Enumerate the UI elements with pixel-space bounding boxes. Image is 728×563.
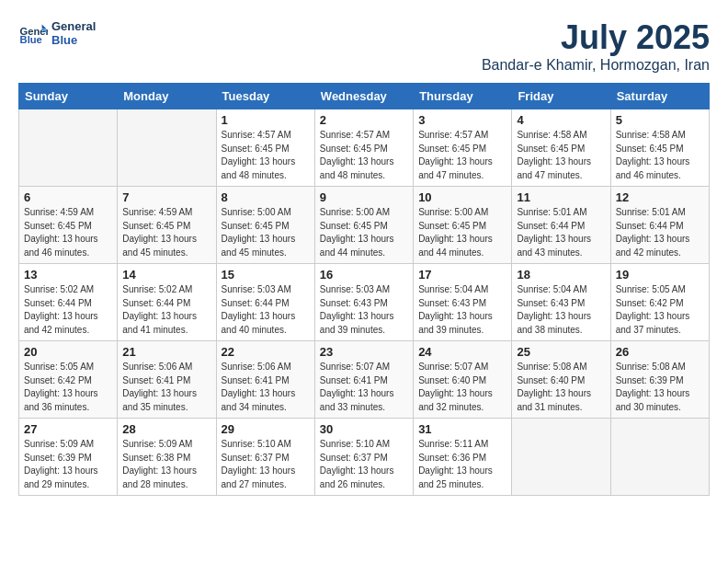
- day-info: Sunrise: 5:01 AM Sunset: 6:44 PM Dayligh…: [517, 206, 605, 259]
- day-number: 2: [320, 113, 408, 127]
- day-info: Sunrise: 5:10 AM Sunset: 6:37 PM Dayligh…: [222, 438, 310, 491]
- weekday-header-thursday: Thursday: [414, 84, 512, 109]
- calendar-cell: 6Sunrise: 4:59 AM Sunset: 6:45 PM Daylig…: [19, 187, 118, 264]
- calendar-cell: 7Sunrise: 4:59 AM Sunset: 6:45 PM Daylig…: [118, 187, 216, 264]
- day-info: Sunrise: 5:00 AM Sunset: 6:45 PM Dayligh…: [320, 206, 408, 259]
- calendar-cell: 1Sunrise: 4:57 AM Sunset: 6:45 PM Daylig…: [216, 109, 314, 187]
- day-number: 4: [517, 113, 605, 127]
- calendar-cell: 17Sunrise: 5:04 AM Sunset: 6:43 PM Dayli…: [414, 264, 512, 341]
- day-number: 26: [616, 345, 704, 359]
- day-number: 29: [222, 422, 310, 436]
- day-info: Sunrise: 5:00 AM Sunset: 6:45 PM Dayligh…: [222, 206, 310, 259]
- day-number: 8: [222, 190, 310, 204]
- day-info: Sunrise: 5:11 AM Sunset: 6:36 PM Dayligh…: [418, 438, 506, 491]
- day-number: 7: [122, 190, 210, 204]
- day-info: Sunrise: 4:57 AM Sunset: 6:45 PM Dayligh…: [418, 129, 506, 182]
- day-number: 5: [616, 113, 704, 127]
- calendar-cell: 3Sunrise: 4:57 AM Sunset: 6:45 PM Daylig…: [414, 109, 512, 187]
- day-number: 9: [320, 190, 408, 204]
- day-info: Sunrise: 5:07 AM Sunset: 6:41 PM Dayligh…: [320, 361, 408, 414]
- day-number: 27: [24, 422, 112, 436]
- day-info: Sunrise: 5:07 AM Sunset: 6:40 PM Dayligh…: [418, 361, 506, 414]
- day-info: Sunrise: 5:08 AM Sunset: 6:39 PM Dayligh…: [616, 361, 704, 414]
- calendar-cell: 14Sunrise: 5:02 AM Sunset: 6:44 PM Dayli…: [118, 264, 216, 341]
- calendar-cell: 11Sunrise: 5:01 AM Sunset: 6:44 PM Dayli…: [512, 187, 610, 264]
- day-info: Sunrise: 4:57 AM Sunset: 6:45 PM Dayligh…: [320, 129, 408, 182]
- calendar-cell: 4Sunrise: 4:58 AM Sunset: 6:45 PM Daylig…: [512, 109, 610, 187]
- calendar-week-5: 27Sunrise: 5:09 AM Sunset: 6:39 PM Dayli…: [19, 419, 710, 496]
- calendar-cell: 8Sunrise: 5:00 AM Sunset: 6:45 PM Daylig…: [216, 187, 314, 264]
- calendar-cell: 5Sunrise: 4:58 AM Sunset: 6:45 PM Daylig…: [610, 109, 709, 187]
- calendar-cell: 19Sunrise: 5:05 AM Sunset: 6:42 PM Dayli…: [610, 264, 709, 341]
- day-info: Sunrise: 5:02 AM Sunset: 6:44 PM Dayligh…: [24, 283, 112, 337]
- calendar-cell: 27Sunrise: 5:09 AM Sunset: 6:39 PM Dayli…: [19, 419, 118, 496]
- calendar-cell: 13Sunrise: 5:02 AM Sunset: 6:44 PM Dayli…: [19, 264, 118, 341]
- day-number: 13: [24, 268, 112, 282]
- day-info: Sunrise: 5:09 AM Sunset: 6:39 PM Dayligh…: [24, 438, 112, 491]
- day-info: Sunrise: 5:10 AM Sunset: 6:37 PM Dayligh…: [320, 438, 408, 491]
- calendar-cell: 9Sunrise: 5:00 AM Sunset: 6:45 PM Daylig…: [314, 187, 413, 264]
- calendar-week-3: 13Sunrise: 5:02 AM Sunset: 6:44 PM Dayli…: [19, 264, 710, 341]
- day-number: 17: [418, 268, 506, 282]
- day-info: Sunrise: 5:00 AM Sunset: 6:45 PM Dayligh…: [418, 206, 506, 259]
- day-number: 21: [122, 345, 210, 359]
- month-title: July 2025: [482, 18, 710, 57]
- day-number: 31: [418, 422, 506, 436]
- day-info: Sunrise: 5:03 AM Sunset: 6:43 PM Dayligh…: [320, 283, 408, 337]
- calendar-cell: 25Sunrise: 5:08 AM Sunset: 6:40 PM Dayli…: [512, 341, 610, 419]
- calendar-week-4: 20Sunrise: 5:05 AM Sunset: 6:42 PM Dayli…: [19, 341, 710, 419]
- calendar-cell: 10Sunrise: 5:00 AM Sunset: 6:45 PM Dayli…: [414, 187, 512, 264]
- day-number: 10: [418, 190, 506, 204]
- calendar-cell: 12Sunrise: 5:01 AM Sunset: 6:44 PM Dayli…: [610, 187, 709, 264]
- day-info: Sunrise: 5:05 AM Sunset: 6:42 PM Dayligh…: [24, 361, 112, 414]
- day-info: Sunrise: 5:04 AM Sunset: 6:43 PM Dayligh…: [517, 283, 605, 337]
- svg-text:Blue: Blue: [20, 34, 42, 45]
- day-info: Sunrise: 5:05 AM Sunset: 6:42 PM Dayligh…: [616, 283, 704, 337]
- day-info: Sunrise: 4:58 AM Sunset: 6:45 PM Dayligh…: [517, 129, 605, 182]
- day-number: 6: [24, 190, 112, 204]
- day-number: 14: [122, 268, 210, 282]
- logo-general-text: General: [51, 19, 96, 33]
- calendar-cell: 31Sunrise: 5:11 AM Sunset: 6:36 PM Dayli…: [414, 419, 512, 496]
- day-number: 28: [122, 422, 210, 436]
- day-info: Sunrise: 4:59 AM Sunset: 6:45 PM Dayligh…: [24, 206, 112, 259]
- day-number: 19: [616, 268, 704, 282]
- calendar-cell: 2Sunrise: 4:57 AM Sunset: 6:45 PM Daylig…: [314, 109, 413, 187]
- calendar-cell: 24Sunrise: 5:07 AM Sunset: 6:40 PM Dayli…: [414, 341, 512, 419]
- calendar-cell: 22Sunrise: 5:06 AM Sunset: 6:41 PM Dayli…: [216, 341, 314, 419]
- day-info: Sunrise: 4:57 AM Sunset: 6:45 PM Dayligh…: [222, 129, 310, 182]
- day-info: Sunrise: 4:58 AM Sunset: 6:45 PM Dayligh…: [616, 129, 704, 182]
- day-number: 23: [320, 345, 408, 359]
- calendar-cell: 26Sunrise: 5:08 AM Sunset: 6:39 PM Dayli…: [610, 341, 709, 419]
- logo: General Blue General Blue: [18, 18, 96, 48]
- location-title: Bandar-e Khamir, Hormozgan, Iran: [482, 57, 710, 74]
- calendar-header-row: SundayMondayTuesdayWednesdayThursdayFrid…: [19, 84, 710, 109]
- day-number: 11: [517, 190, 605, 204]
- weekday-header-monday: Monday: [118, 84, 216, 109]
- day-number: 16: [320, 268, 408, 282]
- day-number: 22: [222, 345, 310, 359]
- weekday-header-saturday: Saturday: [610, 84, 709, 109]
- day-number: 25: [517, 345, 605, 359]
- calendar-cell: 18Sunrise: 5:04 AM Sunset: 6:43 PM Dayli…: [512, 264, 610, 341]
- day-number: 24: [418, 345, 506, 359]
- day-number: 18: [517, 268, 605, 282]
- page-header: General Blue General Blue July 2025 Band…: [18, 18, 710, 74]
- calendar-cell: 30Sunrise: 5:10 AM Sunset: 6:37 PM Dayli…: [314, 419, 413, 496]
- calendar-week-1: 1Sunrise: 4:57 AM Sunset: 6:45 PM Daylig…: [19, 109, 710, 187]
- calendar-cell: [19, 109, 118, 187]
- calendar-cell: 15Sunrise: 5:03 AM Sunset: 6:44 PM Dayli…: [216, 264, 314, 341]
- day-info: Sunrise: 4:59 AM Sunset: 6:45 PM Dayligh…: [122, 206, 210, 259]
- weekday-header-wednesday: Wednesday: [314, 84, 413, 109]
- weekday-header-friday: Friday: [512, 84, 610, 109]
- title-block: July 2025 Bandar-e Khamir, Hormozgan, Ir…: [482, 18, 710, 74]
- weekday-header-sunday: Sunday: [19, 84, 118, 109]
- day-info: Sunrise: 5:06 AM Sunset: 6:41 PM Dayligh…: [122, 361, 210, 414]
- calendar-table: SundayMondayTuesdayWednesdayThursdayFrid…: [18, 83, 710, 496]
- logo-blue-text: Blue: [51, 33, 96, 47]
- day-info: Sunrise: 5:02 AM Sunset: 6:44 PM Dayligh…: [122, 283, 210, 337]
- day-info: Sunrise: 5:04 AM Sunset: 6:43 PM Dayligh…: [418, 283, 506, 337]
- calendar-week-2: 6Sunrise: 4:59 AM Sunset: 6:45 PM Daylig…: [19, 187, 710, 264]
- calendar-cell: 16Sunrise: 5:03 AM Sunset: 6:43 PM Dayli…: [314, 264, 413, 341]
- day-number: 20: [24, 345, 112, 359]
